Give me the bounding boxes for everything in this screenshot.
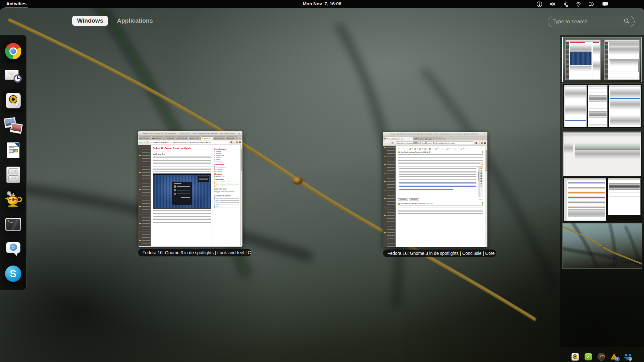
page-icon xyxy=(151,142,153,143)
bluetooth-icon[interactable] xyxy=(563,1,568,7)
battery-icon[interactable] xyxy=(588,1,595,7)
dash-item-music-player[interactable] xyxy=(3,90,24,111)
tray-music-player[interactable] xyxy=(571,353,579,361)
claws-mail-icon xyxy=(597,353,605,361)
dash-item-evolution[interactable] xyxy=(3,65,24,86)
toc-item: 1. Inleiding xyxy=(214,151,239,152)
related-item: 24-06 xyxy=(214,202,239,203)
workspace-thumbnail-1[interactable] xyxy=(562,37,642,82)
tag-links: opensuse, linux, fedora, software-instal… xyxy=(214,190,239,194)
cancel-button: Annuleren xyxy=(409,198,419,201)
dash-item-teapot[interactable] xyxy=(3,189,24,210)
evolution-mail-icon xyxy=(5,69,22,83)
page-icon xyxy=(396,142,398,144)
window-2-tabstrip: Fedora 16: Gnome 3 in d... Preferences -… xyxy=(383,136,487,140)
address-bar: tweakers.net/reviews/2356/last/fedora-16… xyxy=(395,141,475,145)
article-byline: maandag 7 november 2011 11:30 xyxy=(153,150,211,152)
editor-toolbar-rail xyxy=(480,167,483,197)
smiley-emoticon xyxy=(481,163,483,165)
libreoffice-writer-icon xyxy=(7,142,19,158)
reply-editor xyxy=(398,167,483,197)
browser-tab: Preferences - Languages xyxy=(414,137,442,140)
category-link: Core » Software » Werkplek software xyxy=(214,183,239,185)
article-right-rail: Inhoudsopgave 1. Inleiding 2. Installati… xyxy=(213,145,240,246)
browser-tab: gnome-shel... xyxy=(214,136,225,140)
search-icon xyxy=(624,18,630,25)
workspace-thumbnail-3[interactable] xyxy=(562,131,642,177)
workspace-thumbnail-2[interactable] xyxy=(562,83,642,129)
window-thumbnail-1: Fedora 16: Gnome 3 in de spotlights | Lo… xyxy=(138,131,242,256)
browser-tab: Watch Dog... xyxy=(189,136,201,140)
related-title: Gerelateerde content xyxy=(214,195,239,197)
flat-mode-option: Flat mode xyxy=(435,148,443,150)
submit-button: Versturen xyxy=(398,198,408,201)
tray-skype-status[interactable] xyxy=(584,353,592,361)
comments-column: Filtervoorkeuren 23 23 24 4 1 Flat mode … xyxy=(396,146,485,247)
dash-item-terminal[interactable] xyxy=(3,214,24,235)
workspace-wallpaper xyxy=(563,223,642,269)
reviews-io-link: Feedback xyxy=(214,170,239,172)
dash-item-skype[interactable] xyxy=(3,263,24,284)
comment-filter-bar: Filtervoorkeuren 23 23 24 4 1 Flat mode … xyxy=(398,148,483,150)
wifi-icon[interactable] xyxy=(575,1,581,7)
message-tray: 2 xyxy=(571,353,632,361)
window-2-content: Filtervoorkeuren 23 23 24 4 1 Flat mode … xyxy=(383,146,487,247)
reviews-io-link: Reactie plaatsen xyxy=(214,166,239,168)
scrollbar[interactable] xyxy=(240,145,242,246)
browser-tab: Mocks gest... xyxy=(164,136,176,140)
workspace-switcher xyxy=(560,35,644,347)
reload-icon: ⟳ xyxy=(391,142,394,144)
volume-icon[interactable] xyxy=(549,1,556,7)
window-thumbnail-2: Fedora 16: Gnome 3 in de spotlights | Co… xyxy=(383,132,487,257)
photo-manager-icon xyxy=(4,118,22,133)
window-1-caption: Fedora 16: Gnome 3 in de spotlights | Lo… xyxy=(138,249,251,256)
window-2[interactable]: Fedora 16: Gnome 3 in de spotlights | Co… xyxy=(383,132,487,247)
scrollbar[interactable] xyxy=(485,146,487,247)
dash-item-file-manager[interactable] xyxy=(3,164,24,185)
teapot-icon xyxy=(4,191,22,208)
url-text: tweakers.net/reviews/2356/3/fedora-16-gn… xyxy=(153,141,212,143)
chat-notification-icon[interactable] xyxy=(602,1,609,7)
toc-item: 4. Software xyxy=(214,157,239,158)
accessibility-icon[interactable] xyxy=(536,1,542,7)
workspace-thumbnail-4[interactable] xyxy=(562,177,642,222)
activities-overview: Windows Applications xyxy=(0,8,644,362)
shortcuts-title: Shortcuts xyxy=(214,173,239,175)
tray-software-updates[interactable]: 2 xyxy=(610,353,619,361)
new-tab-button xyxy=(443,138,446,140)
search-box[interactable] xyxy=(548,16,635,27)
tray-claws-mail[interactable] xyxy=(597,353,606,361)
toc-item: 6. Conclusie xyxy=(214,161,239,162)
browser-tab: GNOME PRO... xyxy=(176,136,188,140)
window-1[interactable]: Fedora 16: Gnome 3 in de spotlights | Lo… xyxy=(138,131,242,247)
comment-text-lines xyxy=(398,206,483,215)
news-sidebar xyxy=(383,146,396,247)
window-2-close-icon[interactable]: ✕ xyxy=(483,133,486,135)
related-item: 07-09 xyxy=(214,204,239,206)
tray-dropbox[interactable] xyxy=(624,353,632,361)
tab-windows[interactable]: Windows xyxy=(72,16,108,26)
dash-item-photos[interactable] xyxy=(3,115,24,136)
clock[interactable]: Mon Nov 7, 16:08 xyxy=(303,0,341,8)
activities-button[interactable]: Activities xyxy=(4,0,28,8)
updates-warning-icon: 2 xyxy=(610,353,619,361)
shortcuts-link: Reacties (23) xyxy=(214,176,239,177)
dash-item-chrome[interactable] xyxy=(3,41,24,62)
char-counter: 900 tks xyxy=(479,199,483,200)
window-1-toolbar: ← → ⟳ tweakers.net/reviews/2356/3/fedora… xyxy=(138,140,242,145)
dash-item-libreoffice-writer[interactable] xyxy=(3,140,24,161)
search-input[interactable] xyxy=(552,19,624,25)
window-2-title: Fedora 16: Gnome 3 in de spotlights | Co… xyxy=(385,133,483,135)
wallpaper-branch xyxy=(0,8,644,362)
tab-applications[interactable]: Applications xyxy=(112,16,158,26)
window-1-close-icon[interactable]: ✕ xyxy=(238,132,241,135)
paragraph-lines xyxy=(153,210,211,224)
window-1-content: Fedora 16: Gnome 3 in de spotlights maan… xyxy=(138,145,242,246)
overview-view-tabs: Windows Applications xyxy=(72,16,158,26)
blocked-content-icon xyxy=(230,141,232,143)
workspace-thumbnail-5[interactable] xyxy=(562,223,642,269)
article-column: Fedora 16: Gnome 3 in de spotlights maan… xyxy=(151,145,213,246)
dash-item-empathy[interactable] xyxy=(3,238,24,260)
back-icon: ← xyxy=(385,142,387,144)
article-heading: Fedora 16: Gnome 3 in de spotlights xyxy=(153,147,211,150)
